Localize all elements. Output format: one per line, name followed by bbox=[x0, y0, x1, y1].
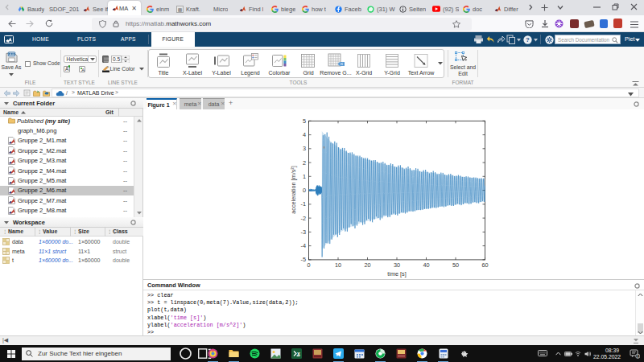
svg-text:10: 10 bbox=[335, 261, 341, 269]
svg-text:-3: -3 bbox=[301, 228, 307, 236]
svg-text:acceleration [m/s²]: acceleration [m/s²] bbox=[290, 166, 297, 214]
svg-text:2: 2 bbox=[303, 159, 306, 167]
svg-text:0: 0 bbox=[303, 187, 306, 194]
svg-text:-5: -5 bbox=[301, 256, 307, 263]
svg-text:-4: -4 bbox=[301, 242, 307, 249]
svg-text:1: 1 bbox=[303, 173, 306, 180]
svg-text:x: x bbox=[297, 351, 300, 356]
svg-text:-2: -2 bbox=[301, 215, 307, 222]
svg-text:3: 3 bbox=[303, 145, 306, 152]
svg-text:40: 40 bbox=[423, 261, 429, 269]
svg-text:30: 30 bbox=[394, 261, 400, 269]
svg-text:60: 60 bbox=[481, 261, 488, 269]
svg-text:0: 0 bbox=[307, 261, 310, 269]
svg-text:-1: -1 bbox=[301, 200, 307, 208]
svg-text:?: ? bbox=[526, 36, 530, 43]
svg-text:4: 4 bbox=[303, 131, 306, 138]
svg-text:20: 20 bbox=[364, 261, 370, 269]
svg-text:50: 50 bbox=[452, 261, 459, 269]
svg-text:time [s]: time [s] bbox=[387, 270, 407, 278]
svg-text:5: 5 bbox=[303, 117, 306, 125]
